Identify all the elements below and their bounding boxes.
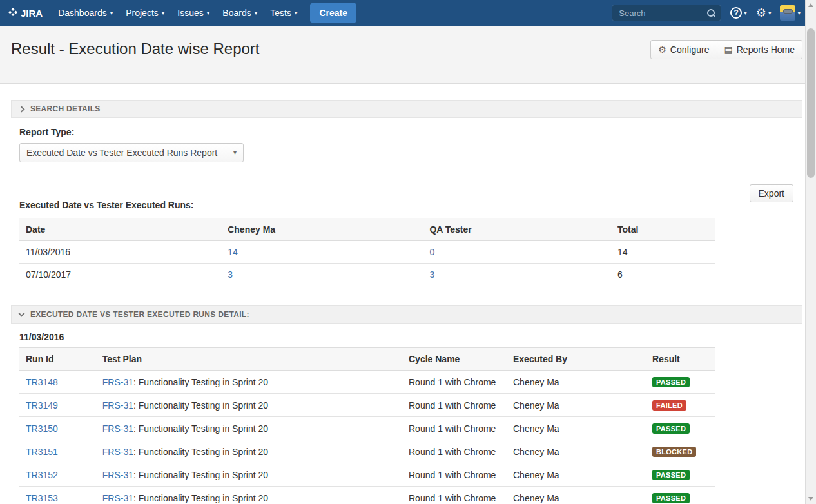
executed-by-cell: Cheney Ma [507,371,646,394]
result-badge: PASSED [652,470,690,480]
help-icon: ? [730,7,742,19]
jira-brand[interactable]: JIRA [8,8,43,19]
test-plan-name: : Functionality Testing in Sprint 20 [133,447,268,457]
chevron-down-icon: ▾ [744,10,747,16]
detail-section-header[interactable]: EXECUTED DATE VS TESTER EXECUTED RUNS DE… [11,305,802,324]
run-id-link[interactable]: TR3153 [26,493,58,503]
summary-table: Date Cheney Ma QA Tester Total 11/03/201… [19,218,715,286]
test-plan-name: : Functionality Testing in Sprint 20 [133,470,268,480]
export-button[interactable]: Export [750,184,793,202]
detail-date-heading: 11/03/2016 [19,332,802,342]
detail-row: TR3149FRS-31: Functionality Testing in S… [19,394,715,417]
summary-count-link[interactable]: 3 [228,269,233,280]
chevron-down-icon: ▾ [255,10,258,16]
search-input[interactable] [617,8,703,19]
test-plan-link[interactable]: FRS-31 [102,423,133,434]
summary-section: Executed Date vs Tester Executed Runs: D… [19,200,715,286]
summary-date-cell: 11/03/2016 [19,241,221,264]
gear-icon: ⚙ [658,45,666,54]
header-actions: ⚙ Configure ▤ Reports Home [650,40,802,59]
cycle-name-cell: Round 1 with Chrome [402,371,507,394]
summary-date-cell: 07/10/2017 [19,264,221,286]
test-plan-name: : Functionality Testing in Sprint 20 [133,377,268,387]
test-plan-link[interactable]: FRS-31 [102,470,133,480]
result-badge: FAILED [652,400,686,411]
detail-header-row: Run Id Test Plan Cycle Name Executed By … [19,348,715,371]
nav-tests[interactable]: Tests▾ [264,0,304,26]
nav-projects[interactable]: Projects▾ [119,0,171,26]
nav-issues[interactable]: Issues▾ [171,0,216,26]
result-badge: BLOCKED [652,447,697,457]
report-type-select[interactable]: Executed Date vs Tester Executed Runs Re… [19,143,244,162]
executed-by-cell: Cheney Ma [507,463,646,487]
executed-by-cell: Cheney Ma [507,417,646,440]
report-type-field: Report Type: Executed Date vs Tester Exe… [19,127,802,162]
search-icon[interactable] [707,9,715,17]
detail-row: TR3151FRS-31: Functionality Testing in S… [19,440,715,463]
scrollbar-thumb[interactable] [807,28,815,178]
summary-col-total: Total [611,218,715,241]
search-details-section-header[interactable]: SEARCH DETAILS [11,100,802,118]
nav-tests-label: Tests [270,8,291,18]
detail-row: TR3148FRS-31: Functionality Testing in S… [19,371,715,394]
page-title: Result - Execution Date wise Report [11,40,260,58]
chevron-down-icon: ▾ [162,10,165,16]
reports-home-button[interactable]: ▤ Reports Home [717,40,803,59]
run-id-link[interactable]: TR3149 [26,400,58,411]
result-badge: PASSED [652,423,690,434]
summary-col-qa-tester: QA Tester [423,218,611,241]
profile-menu[interactable]: ▾ [780,5,801,21]
detail-table: Run Id Test Plan Cycle Name Executed By … [19,347,715,504]
summary-col-date: Date [19,218,221,241]
chevron-down-icon [19,311,25,317]
detail-section-label: EXECUTED DATE VS TESTER EXECUTED RUNS DE… [30,310,249,319]
summary-count-link[interactable]: 3 [429,269,434,280]
top-navbar: JIRA Dashboards▾ Projects▾ Issues▾ Board… [0,0,816,26]
report-type-label: Report Type: [19,127,802,137]
report-doc-icon: ▤ [724,45,733,54]
cycle-name-cell: Round 1 with Chrome [402,463,507,487]
detail-col-run-id: Run Id [19,348,96,371]
admin-menu[interactable]: ⚙ ▾ [756,7,772,19]
summary-row: 07/10/2017336 [19,264,715,286]
jira-logo-icon [8,8,18,18]
detail-section: Run Id Test Plan Cycle Name Executed By … [19,347,715,504]
test-plan-link[interactable]: FRS-31 [102,493,133,503]
summary-row: 11/03/201614014 [19,241,715,264]
brand-label: JIRA [21,8,43,19]
reports-home-label: Reports Home [737,44,795,55]
nav-boards[interactable]: Boards▾ [216,0,264,26]
test-plan-link[interactable]: FRS-31 [102,447,133,457]
run-id-link[interactable]: TR3151 [26,447,58,457]
cycle-name-cell: Round 1 with Chrome [402,394,507,417]
run-id-link[interactable]: TR3152 [26,470,58,480]
chevron-down-icon: ▾ [797,10,801,16]
detail-col-executed-by: Executed By [507,348,646,371]
configure-button[interactable]: ⚙ Configure [650,40,717,59]
detail-row: TR3150FRS-31: Functionality Testing in S… [19,417,715,440]
quick-search [612,5,721,21]
test-plan-link[interactable]: FRS-31 [102,377,133,387]
detail-col-test-plan: Test Plan [96,348,402,371]
content-area: SEARCH DETAILS Report Type: Executed Dat… [0,84,816,504]
scroll-up-icon[interactable] [808,3,813,7]
executed-by-cell: Cheney Ma [507,440,646,463]
summary-count-link[interactable]: 14 [228,247,238,257]
summary-total-cell: 14 [611,241,715,264]
create-button[interactable]: Create [310,3,356,23]
report-type-selected-value: Executed Date vs Tester Executed Runs Re… [26,148,217,158]
run-id-link[interactable]: TR3148 [26,377,58,387]
page-header: Result - Execution Date wise Report ⚙ Co… [0,26,816,84]
vertical-scrollbar[interactable] [805,0,816,504]
executed-by-cell: Cheney Ma [507,394,646,417]
detail-col-result: Result [646,348,715,371]
help-menu[interactable]: ? ▾ [730,7,747,19]
nav-boards-label: Boards [222,8,251,18]
summary-count-link[interactable]: 0 [429,247,434,257]
run-id-link[interactable]: TR3150 [26,423,58,434]
chevron-down-icon: ▾ [233,150,237,156]
scroll-down-icon[interactable] [808,497,813,501]
chevron-down-icon: ▾ [295,10,298,16]
nav-dashboards[interactable]: Dashboards▾ [52,0,119,26]
test-plan-link[interactable]: FRS-31 [102,400,133,411]
